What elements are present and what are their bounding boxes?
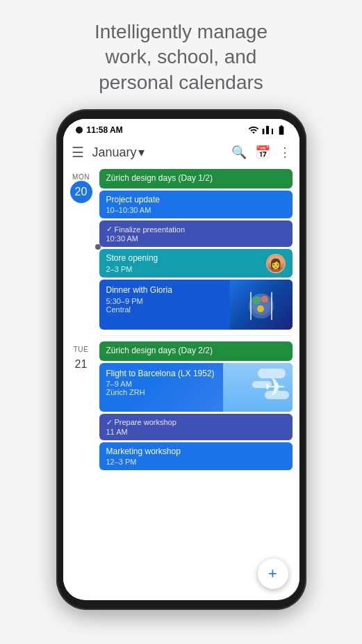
event-dinner-gloria[interactable]: Dinner with Gloria 5:30–9 PM Central	[99, 280, 293, 330]
event-check-row: ✓ Finalize presentation	[106, 225, 286, 234]
food-image	[237, 285, 286, 323]
day-divider	[99, 335, 293, 336]
check-icon: ✓	[106, 418, 113, 427]
avatar: 👩	[266, 254, 286, 273]
event-flight-barcelona[interactable]: Flight to Barcelona (LX 1952) 7–9 AM Zür…	[99, 363, 293, 412]
status-time: 11:58 AM	[87, 125, 123, 135]
calendar-content: MON 20 Zürich design days (Day 1/2) Proj…	[63, 166, 299, 592]
day-num-tue21: 21	[70, 353, 92, 376]
day-name-tue: TUE	[74, 346, 89, 353]
more-options-icon[interactable]: ⋮	[279, 145, 291, 160]
event-title: Prepare workshop	[115, 418, 176, 426]
day-label-mon20: MON 20	[63, 169, 99, 330]
event-check-row: ✓ Prepare workshop	[106, 418, 286, 427]
event-title: Store opening	[106, 253, 158, 264]
event-zurich-day1[interactable]: Zürich design days (Day 1/2)	[99, 169, 293, 188]
hamburger-icon[interactable]: ☰	[72, 144, 84, 161]
signal-icon	[262, 124, 273, 136]
event-project-update[interactable]: Project update 10–10:30 AM	[99, 191, 293, 219]
search-icon[interactable]: 🔍	[231, 145, 247, 160]
svg-point-6	[257, 305, 264, 312]
event-title: Zürich design days (Day 1/2)	[106, 173, 286, 184]
events-col-mon20: Zürich design days (Day 1/2) Project upd…	[99, 169, 299, 330]
event-time: 11 AM	[106, 428, 286, 436]
event-time: 12–3 PM	[106, 458, 286, 466]
headline: Intelligently managework, school, andper…	[67, 0, 295, 109]
dropdown-chevron-icon: ▾	[138, 145, 145, 160]
header-actions: 🔍 📅 ⋮	[231, 145, 291, 160]
month-title[interactable]: January▾	[92, 145, 223, 160]
event-marketing-workshop[interactable]: Marketing workshop 12–3 PM	[99, 442, 293, 471]
event-time: 10–10:30 AM	[106, 206, 286, 214]
fab-plus-icon: +	[268, 565, 277, 583]
fab-button[interactable]: +	[258, 558, 288, 589]
events-col-tue21: Zürich design days (Day 2/2) Flight to B…	[99, 341, 299, 470]
status-bar: 11:58 AM	[63, 119, 299, 138]
event-prepare-workshop[interactable]: ✓ Prepare workshop 11 AM	[99, 414, 293, 440]
phone-wrapper: 11:58 AM ☰ January▾ 🔍 📅 ⋮	[56, 109, 306, 610]
wifi-icon	[248, 124, 259, 136]
calendar-view-icon[interactable]: 📅	[255, 145, 270, 160]
phone-screen: 11:58 AM ☰ January▾ 🔍 📅 ⋮	[63, 119, 299, 600]
svg-point-5	[261, 296, 268, 303]
check-icon: ✓	[106, 225, 113, 234]
battery-icon	[276, 124, 287, 136]
event-time: 10:30 AM	[106, 234, 286, 243]
dinner-bg	[230, 280, 293, 330]
status-icons	[248, 124, 287, 136]
camera-dot	[76, 127, 83, 134]
day-section-tue21: TUE 21 Zürich design days (Day 2/2)	[63, 339, 299, 473]
event-store-opening[interactable]: Store opening 2–3 PM 👩	[99, 249, 293, 277]
day-label-tue21: TUE 21	[63, 341, 99, 470]
event-title: Marketing workshop	[106, 446, 286, 458]
event-time: 2–3 PM	[106, 265, 158, 273]
event-title: Project update	[106, 195, 286, 206]
day-num-mon20: 20	[70, 181, 92, 203]
event-title: Zürich design days (Day 2/2)	[106, 346, 286, 357]
app-header: ☰ January▾ 🔍 📅 ⋮	[63, 138, 299, 166]
event-zurich-day2[interactable]: Zürich design days (Day 2/2)	[99, 341, 293, 361]
svg-point-4	[252, 296, 261, 305]
day-name-mon: MON	[72, 173, 90, 181]
day-section-mon20: MON 20 Zürich design days (Day 1/2) Proj…	[63, 166, 299, 332]
event-title: Finalize presentation	[115, 225, 186, 234]
event-finalize-presentation[interactable]: ✓ Finalize presentation 10:30 AM	[99, 220, 293, 247]
plane-icon: ✈	[265, 373, 286, 402]
